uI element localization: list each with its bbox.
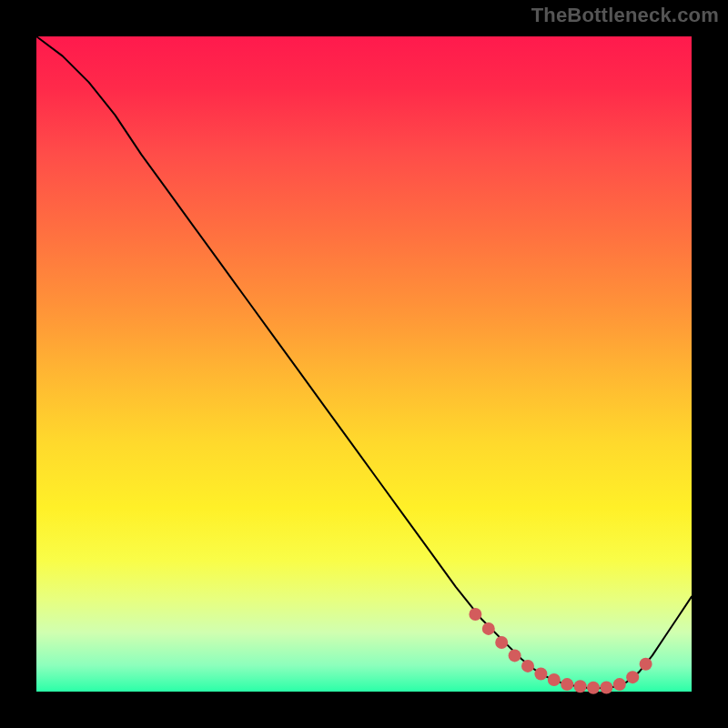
- chart-frame: TheBottleneck.com: [0, 0, 728, 728]
- highlight-dot: [534, 668, 547, 681]
- highlight-dot: [640, 658, 652, 671]
- highlight-dot: [613, 678, 626, 691]
- bottleneck-curve: [36, 36, 692, 688]
- highlight-dot: [561, 678, 573, 691]
- highlight-dot: [509, 649, 521, 662]
- highlight-dot: [600, 682, 612, 694]
- highlight-markers: [469, 608, 652, 694]
- highlight-dot: [495, 636, 508, 649]
- highlight-dot: [482, 622, 495, 635]
- highlight-dot: [521, 660, 534, 672]
- highlight-dot: [548, 673, 561, 686]
- attribution-text: TheBottleneck.com: [531, 4, 719, 27]
- highlight-dot: [626, 671, 639, 683]
- highlight-dot: [574, 680, 587, 693]
- chart-overlay: [36, 36, 692, 692]
- highlight-dot: [587, 682, 600, 694]
- highlight-dot: [469, 608, 481, 621]
